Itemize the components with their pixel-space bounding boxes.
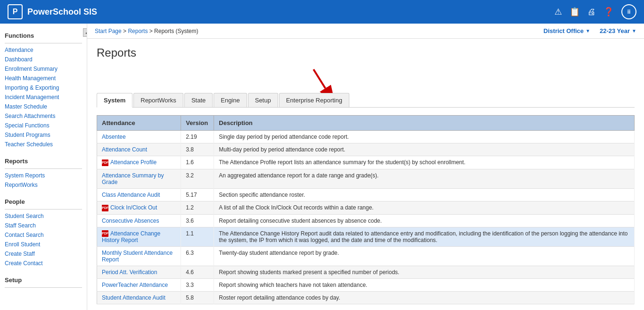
sidebar-item-health-management[interactable]: Health Management — [0, 74, 87, 83]
tab-setup[interactable]: Setup — [248, 93, 278, 107]
year-selector[interactable]: 22-23 Year ▼ — [600, 27, 636, 34]
pdf-icon: PDF — [102, 159, 108, 166]
tab-system[interactable]: System — [97, 93, 132, 108]
tab-engine[interactable]: Engine — [214, 93, 247, 107]
report-link[interactable]: Consecutive Absences — [102, 218, 159, 224]
table-row: Attendance Count3.8Multi-day period by p… — [97, 143, 635, 156]
sidebar: ◀ Functions Attendance Dashboard Enrollm… — [0, 24, 87, 310]
tab-enterprise-reporting[interactable]: Enterprise Reporting — [279, 93, 349, 107]
sidebar-item-enroll-student[interactable]: Enroll Student — [0, 240, 87, 249]
table-row: PowerTeacher Attendance3.3Report showing… — [97, 279, 635, 292]
report-version-cell: 5.8 — [181, 292, 214, 304]
pdf-icon: PDF — [102, 205, 108, 211]
report-link[interactable]: Period Att. Verification — [102, 269, 157, 276]
svg-line-1 — [314, 69, 325, 88]
report-table: Attendance Version Description Absentee2… — [97, 115, 635, 304]
breadcrumb: Start Page > Reports > Reports (System) — [95, 28, 198, 34]
report-link[interactable]: Attendance Profile — [110, 159, 157, 166]
report-link[interactable]: Absentee — [102, 134, 126, 140]
table-row: Attendance Summary by Grade3.2An aggrega… — [97, 169, 635, 188]
report-link[interactable]: Attendance Summary by Grade — [102, 172, 164, 185]
document-icon[interactable]: 📋 — [570, 7, 580, 17]
report-version-cell: 3.6 — [181, 214, 214, 227]
report-version-cell: 1.1 — [181, 227, 214, 247]
sidebar-item-dashboard[interactable]: Dashboard — [0, 55, 87, 64]
table-row: Class Attendance Audit5.17Section specif… — [97, 188, 635, 201]
report-version-cell: 6.3 — [181, 247, 214, 266]
breadcrumb-right: District Office ▼ 22-23 Year ▼ — [544, 27, 636, 34]
main-layout: ◀ Functions Attendance Dashboard Enrollm… — [0, 24, 644, 310]
report-name-cell: PDFAttendance Profile — [97, 156, 181, 169]
print-icon[interactable]: 🖨 — [587, 7, 596, 17]
sidebar-item-reportworks[interactable]: ReportWorks — [0, 180, 87, 190]
arrow-annotation — [97, 67, 635, 93]
sidebar-item-master-schedule[interactable]: Master Schedule — [0, 102, 87, 111]
report-link[interactable]: Attendance Change History Report — [102, 230, 160, 244]
report-version-cell: 1.2 — [181, 201, 214, 214]
table-row: Period Att. Verification4.6Report showin… — [97, 266, 635, 279]
report-description-cell: Twenty-day student attendance report by … — [214, 247, 635, 266]
sidebar-item-system-reports[interactable]: System Reports — [0, 171, 87, 180]
table-row: PDFClock In/Clock Out1.2A list of all th… — [97, 201, 635, 214]
report-name-cell: Attendance Count — [97, 143, 181, 156]
tabs-container: System ReportWorks State Engine Setup En… — [97, 93, 635, 108]
col-header-description: Description — [214, 116, 635, 131]
sidebar-item-search-attachments[interactable]: Search Attachments — [0, 111, 87, 121]
sidebar-item-student-search[interactable]: Student Search — [0, 211, 87, 221]
breadcrumb-reports[interactable]: Reports — [128, 28, 148, 34]
report-link[interactable]: PowerTeacher Attendance — [102, 282, 168, 288]
sidebar-item-special-functions[interactable]: Special Functions — [0, 121, 87, 130]
report-description-cell: Report showing students marked present a… — [214, 266, 635, 279]
sidebar-item-create-contact[interactable]: Create Contact — [0, 259, 87, 268]
reports-section-title: Reports — [0, 154, 87, 167]
sidebar-item-importing-exporting[interactable]: Importing & Exporting — [0, 83, 87, 92]
report-name-cell: Absentee — [97, 131, 181, 143]
sidebar-item-contact-search[interactable]: Contact Search — [0, 230, 87, 240]
header-icons: ⚠ 📋 🖨 ❓ ii — [554, 4, 636, 19]
col-header-attendance: Attendance — [97, 116, 181, 131]
report-name-cell: PDFAttendance Change History Report — [97, 227, 181, 247]
sidebar-item-enrollment-summary[interactable]: Enrollment Summary — [0, 64, 87, 74]
content-area: Start Page > Reports > Reports (System) … — [87, 24, 644, 310]
report-description-cell: Report showing which teachers have not t… — [214, 279, 635, 292]
table-row: PDFAttendance Change History Report1.1Th… — [97, 227, 635, 247]
report-version-cell: 1.6 — [181, 156, 214, 169]
report-version-cell: 4.6 — [181, 266, 214, 279]
tab-state[interactable]: State — [184, 93, 213, 107]
report-name-cell: Consecutive Absences — [97, 214, 181, 227]
report-version-cell: 3.3 — [181, 279, 214, 292]
breadcrumb-start-page[interactable]: Start Page — [95, 28, 122, 34]
report-version-cell: 2.19 — [181, 131, 214, 143]
sidebar-item-teacher-schedules[interactable]: Teacher Schedules — [0, 140, 87, 149]
table-header-row: Attendance Version Description — [97, 116, 635, 131]
report-link[interactable]: Student Attendance Audit — [102, 294, 165, 301]
help-icon[interactable]: ❓ — [603, 7, 614, 17]
sidebar-item-staff-search[interactable]: Staff Search — [0, 221, 87, 230]
district-selector[interactable]: District Office ▼ — [544, 27, 590, 34]
sidebar-item-attendance[interactable]: Attendance — [0, 45, 87, 55]
report-description-cell: The Attendance Profile report lists an a… — [214, 156, 635, 169]
report-name-cell: Attendance Summary by Grade — [97, 169, 181, 188]
report-description-cell: A list of all the Clock In/Clock Out rec… — [214, 201, 635, 214]
user-avatar[interactable]: ii — [621, 4, 636, 19]
functions-section-title: Functions — [0, 28, 87, 41]
report-name-cell: Monthly Student Attendance Report — [97, 247, 181, 266]
table-row: Absentee2.19Single day period by period … — [97, 131, 635, 143]
tab-reportworks[interactable]: ReportWorks — [133, 93, 183, 107]
report-name-cell: Class Attendance Audit — [97, 188, 181, 201]
page-title: Reports — [97, 46, 635, 59]
year-dropdown-arrow: ▼ — [632, 28, 636, 34]
report-link[interactable]: Monthly Student Attendance Report — [102, 250, 173, 263]
report-link[interactable]: Clock In/Clock Out — [110, 204, 157, 211]
report-link[interactable]: Attendance Count — [102, 146, 147, 153]
pdf-icon: PDF — [102, 230, 108, 237]
sidebar-item-create-staff[interactable]: Create Staff — [0, 249, 87, 259]
district-dropdown-arrow: ▼ — [586, 28, 590, 34]
warning-icon[interactable]: ⚠ — [554, 7, 562, 17]
sidebar-item-student-programs[interactable]: Student Programs — [0, 130, 87, 140]
sidebar-item-incident-management[interactable]: Incident Management — [0, 92, 87, 102]
setup-divider — [5, 287, 82, 288]
report-description-cell: An aggregated attendance report for a da… — [214, 169, 635, 188]
report-link[interactable]: Class Attendance Audit — [102, 192, 160, 198]
sidebar-collapse-button[interactable]: ◀ — [83, 28, 87, 37]
